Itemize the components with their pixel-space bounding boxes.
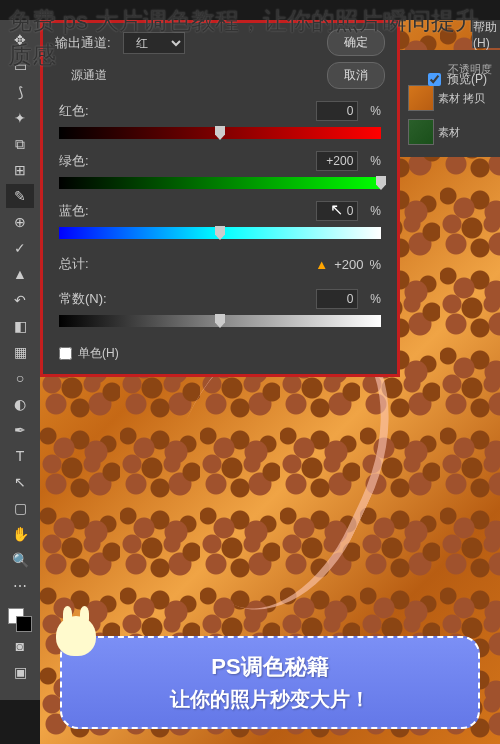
percent-label: %: [370, 292, 381, 306]
blue-slider[interactable]: [59, 227, 381, 239]
page-overlay-title: 免费 ps 大片调色教程，让你的照片瞬间提升质感: [0, 0, 500, 75]
percent-label: %: [369, 257, 381, 272]
background-color[interactable]: [16, 616, 32, 632]
constant-input[interactable]: [316, 289, 358, 309]
wand-tool[interactable]: ✦: [6, 106, 34, 130]
screen-mode[interactable]: ▣: [6, 660, 34, 684]
type-tool[interactable]: T: [6, 444, 34, 468]
hand-tool[interactable]: ✋: [6, 522, 34, 546]
layer-thumb-icon: [408, 85, 434, 111]
percent-label: %: [370, 204, 381, 218]
eraser-tool[interactable]: ◧: [6, 314, 34, 338]
zoom-tool[interactable]: 🔍: [6, 548, 34, 572]
history-tool[interactable]: ↶: [6, 288, 34, 312]
red-label: 红色:: [59, 102, 109, 120]
promo-badge: PS调色秘籍 让你的照片秒变大片！: [60, 636, 480, 729]
shape-tool[interactable]: ▢: [6, 496, 34, 520]
color-swatch[interactable]: [8, 608, 32, 632]
bunny-icon: [56, 616, 96, 656]
monochrome-label: 单色(H): [78, 345, 119, 362]
path-tool[interactable]: ↖: [6, 470, 34, 494]
layer-name: 素材: [438, 125, 460, 140]
frame-tool[interactable]: ⊞: [6, 158, 34, 182]
badge-subtitle: 让你的照片秒变大片！: [82, 686, 458, 713]
total-value: +200: [334, 257, 363, 272]
green-slider[interactable]: [59, 177, 381, 189]
red-input[interactable]: [316, 101, 358, 121]
badge-title: PS调色秘籍: [82, 652, 458, 682]
constant-label: 常数(N):: [59, 290, 109, 308]
crop-tool[interactable]: ⧉: [6, 132, 34, 156]
more-tool[interactable]: ⋯: [6, 574, 34, 598]
green-label: 绿色:: [59, 152, 109, 170]
slider-thumb[interactable]: [215, 226, 225, 240]
mask-mode[interactable]: ◙: [6, 634, 34, 658]
brush-tool[interactable]: ✓: [6, 236, 34, 260]
pen-tool[interactable]: ✒: [6, 418, 34, 442]
red-slider[interactable]: [59, 127, 381, 139]
layer-name: 素材 拷贝: [438, 91, 485, 106]
heal-tool[interactable]: ⊕: [6, 210, 34, 234]
slider-thumb[interactable]: [215, 314, 225, 328]
slider-thumb[interactable]: [376, 176, 386, 190]
cursor-icon: ↖: [330, 200, 343, 219]
tools-panel: ✥ ▭ ⟆ ✦ ⧉ ⊞ ✎ ⊕ ✓ ▲ ↶ ◧ ▦ ○ ◐ ✒ T ↖ ▢ ✋ …: [0, 20, 40, 700]
gradient-tool[interactable]: ▦: [6, 340, 34, 364]
slider-thumb[interactable]: [215, 126, 225, 140]
total-label: 总计:: [59, 255, 89, 273]
warning-icon: ▲: [315, 257, 328, 272]
percent-label: %: [370, 104, 381, 118]
dodge-tool[interactable]: ◐: [6, 392, 34, 416]
stamp-tool[interactable]: ▲: [6, 262, 34, 286]
eyedropper-tool[interactable]: ✎: [6, 184, 34, 208]
green-input[interactable]: [316, 151, 358, 171]
layer-thumb-icon: [408, 119, 434, 145]
monochrome-checkbox[interactable]: [59, 347, 72, 360]
layer-original[interactable]: 素材: [404, 115, 496, 149]
percent-label: %: [370, 154, 381, 168]
blue-label: 蓝色:: [59, 202, 109, 220]
lasso-tool[interactable]: ⟆: [6, 80, 34, 104]
constant-slider[interactable]: [59, 315, 381, 327]
blur-tool[interactable]: ○: [6, 366, 34, 390]
monochrome-row[interactable]: 单色(H): [43, 333, 397, 374]
